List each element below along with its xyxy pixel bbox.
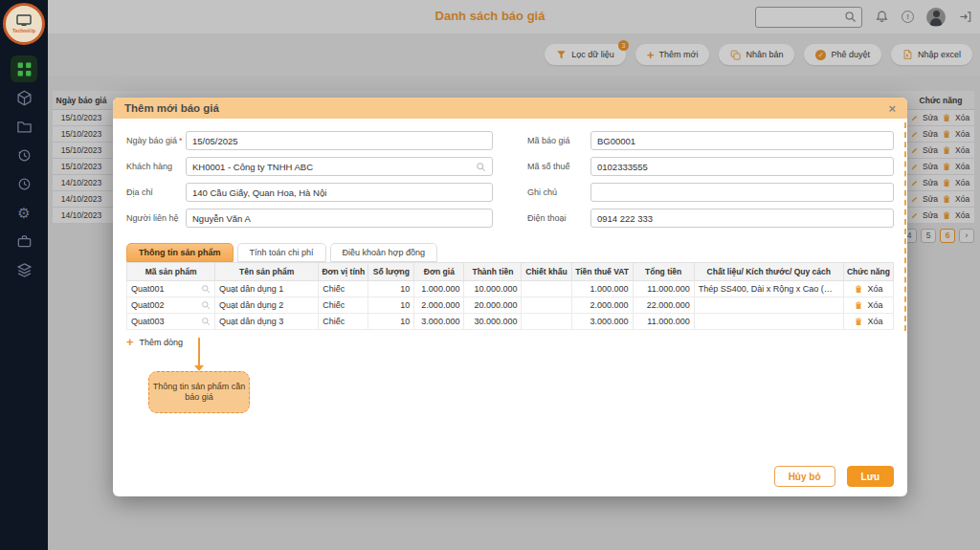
delete-button[interactable]: Xóa — [867, 317, 882, 326]
add-row-button[interactable]: + Thêm dòng — [126, 336, 894, 348]
unit-cell[interactable]: Chiếc — [319, 297, 368, 314]
trash-icon[interactable] — [854, 300, 863, 311]
search-icon[interactable] — [201, 284, 211, 294]
column-header: Mã sản phẩm — [127, 263, 215, 281]
sidebar-item-documents[interactable] — [11, 113, 37, 140]
column-header: Tổng tiền — [633, 263, 694, 281]
trash-icon[interactable] — [854, 317, 863, 327]
quote-date-field[interactable] — [186, 131, 493, 150]
vat-cell[interactable]: 1.000.000 — [571, 281, 633, 297]
add-quote-modal: Thêm mới báo giá × Ngày báo giá* Khách h… — [113, 98, 907, 496]
contact-person-input[interactable] — [192, 213, 486, 224]
search-icon[interactable] — [201, 317, 211, 326]
unit-price-cell[interactable]: 3.000.000 — [414, 314, 464, 330]
delete-button[interactable]: Xóa — [867, 300, 882, 310]
product-name[interactable]: Quạt dân dụng 3 — [215, 314, 319, 330]
cube-icon — [16, 90, 33, 106]
app-logo[interactable]: TechnoUp — [3, 3, 45, 45]
product-name[interactable]: Quạt dân dụng 2 — [215, 297, 319, 314]
unit-price-cell[interactable]: 1.000.000 — [414, 281, 464, 297]
close-icon[interactable]: × — [888, 102, 896, 115]
discount-cell[interactable] — [522, 297, 571, 314]
vat-cell[interactable]: 3.000.000 — [571, 314, 633, 330]
note-input[interactable] — [597, 187, 887, 198]
product-row: Quat002 Quạt dân dụng 2 Chiếc 10 2.000.0… — [127, 297, 894, 314]
column-header: Chiết khấu — [522, 263, 571, 281]
sidebar-item-time[interactable] — [11, 170, 37, 197]
product-table: Mã sản phẩm Tên sản phẩm Đơn vị tính Số … — [126, 262, 894, 330]
amount-cell[interactable]: 20.000.000 — [464, 297, 522, 314]
note-field[interactable] — [590, 183, 894, 202]
product-code[interactable]: Quat001 — [131, 284, 165, 294]
quantity-cell[interactable]: 10 — [368, 297, 414, 314]
folder-icon — [16, 119, 33, 135]
phone-field[interactable] — [590, 209, 894, 228]
quote-date-input[interactable] — [192, 136, 486, 146]
search-icon[interactable] — [201, 300, 211, 310]
quote-code-label: Mã báo giá — [527, 136, 590, 145]
sidebar-item-business[interactable] — [11, 228, 37, 254]
total-cell[interactable]: 11.000.000 — [633, 281, 694, 297]
sidebar-item-history[interactable] — [11, 142, 37, 168]
quote-date-label: Ngày báo giá* — [126, 136, 186, 145]
save-button[interactable]: Lưu — [847, 466, 894, 487]
sidebar-item-products[interactable] — [11, 84, 37, 111]
modal-tabs: Thông tin sản phẩm Tính toán chi phí Điề… — [126, 243, 894, 262]
column-header: Đơn giá — [414, 263, 464, 281]
amount-cell[interactable]: 30.000.000 — [464, 314, 522, 330]
column-header: Chức năng — [843, 263, 893, 281]
discount-cell[interactable] — [522, 314, 571, 330]
customer-field[interactable] — [186, 157, 493, 176]
amount-cell[interactable]: 10.000.000 — [464, 281, 522, 297]
product-code[interactable]: Quat003 — [131, 317, 165, 326]
tab-product-info[interactable]: Thông tin sản phẩm — [126, 243, 234, 262]
total-cell[interactable]: 22.000.000 — [633, 297, 694, 314]
gear-icon: ⚙ — [17, 206, 30, 220]
dashboard-grid-icon — [16, 61, 33, 77]
product-code[interactable]: Quat002 — [131, 300, 165, 310]
total-cell[interactable]: 11.000.000 — [633, 314, 694, 330]
quote-code-field[interactable] — [590, 131, 894, 150]
unit-cell[interactable]: Chiếc — [319, 281, 368, 297]
customer-input[interactable] — [192, 162, 476, 172]
quote-code-input[interactable] — [597, 136, 887, 146]
tab-cost-calculation[interactable]: Tính toán chi phí — [237, 243, 326, 262]
logo-monitor-icon — [15, 14, 33, 27]
spec-cell[interactable] — [694, 297, 843, 314]
product-row: Quat003 Quạt dân dụng 3 Chiếc 10 3.000.0… — [127, 314, 894, 330]
address-input[interactable] — [192, 187, 486, 198]
cancel-button[interactable]: Hủy bỏ — [774, 466, 835, 487]
sidebar-item-categories[interactable] — [11, 256, 37, 283]
tax-code-input[interactable] — [597, 162, 887, 172]
tax-code-field[interactable] — [590, 157, 894, 176]
vat-cell[interactable]: 2.000.000 — [571, 297, 633, 314]
sidebar-item-settings[interactable]: ⚙ — [11, 199, 37, 226]
search-icon[interactable] — [476, 162, 486, 172]
quantity-cell[interactable]: 10 — [368, 314, 414, 330]
sidebar-nav: ⚙ — [0, 55, 48, 285]
spec-cell[interactable]: Thép SS400, Dài x Rộng x Cao (mm), Độ dà… — [694, 281, 843, 297]
product-name[interactable]: Quạt dân dụng 1 — [215, 281, 319, 297]
unit-price-cell[interactable]: 2.000.000 — [414, 297, 464, 314]
trash-icon[interactable] — [854, 284, 863, 295]
sidebar-item-dashboard[interactable] — [11, 55, 37, 82]
history-icon — [16, 147, 33, 164]
phone-input[interactable] — [597, 213, 887, 224]
annotation-dashed-line — [904, 122, 906, 331]
spec-cell[interactable] — [694, 314, 843, 330]
column-header: Tên sản phẩm — [215, 263, 319, 281]
modal-titlebar: Thêm mới báo giá × — [113, 98, 907, 119]
briefcase-icon — [16, 233, 33, 250]
column-header: Đơn vị tính — [319, 263, 368, 281]
quantity-cell[interactable]: 10 — [368, 281, 414, 297]
tab-contract-terms[interactable]: Điều khoản hợp đồng — [330, 243, 437, 262]
discount-cell[interactable] — [522, 281, 571, 297]
column-header: Tiền thuế VAT — [571, 263, 633, 281]
contact-person-field[interactable] — [186, 209, 493, 228]
address-label: Địa chỉ — [126, 187, 186, 197]
unit-cell[interactable]: Chiếc — [319, 314, 368, 330]
delete-button[interactable]: Xóa — [867, 284, 882, 294]
address-field[interactable] — [186, 183, 493, 202]
column-header: Số lượng — [368, 263, 414, 281]
add-row-label: Thêm dòng — [140, 338, 184, 347]
